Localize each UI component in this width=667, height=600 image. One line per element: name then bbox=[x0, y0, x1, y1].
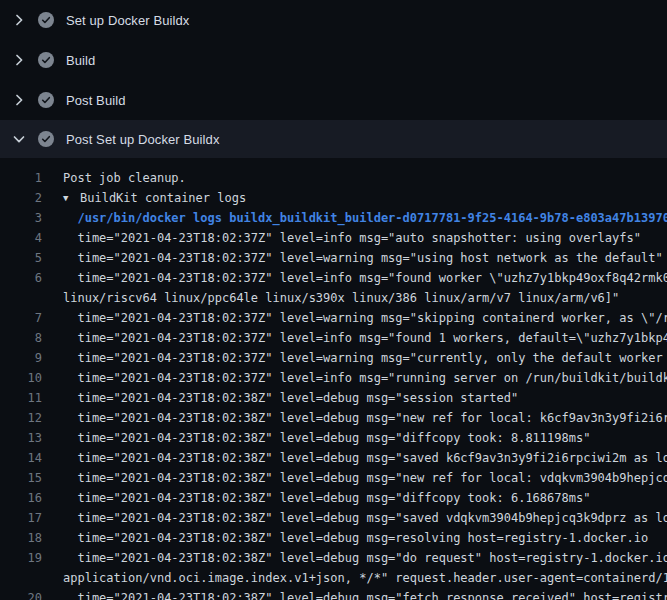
log-line: 2▼BuildKit container logs bbox=[0, 188, 667, 208]
line-number[interactable]: 9 bbox=[0, 348, 42, 368]
line-number[interactable]: 18 bbox=[0, 528, 42, 548]
log-line: 15 time="2021-04-23T18:02:38Z" level=deb… bbox=[0, 468, 667, 488]
line-number[interactable]: 10 bbox=[0, 368, 42, 388]
log-line: 9 time="2021-04-23T18:02:37Z" level=warn… bbox=[0, 348, 667, 368]
log-line: 17 time="2021-04-23T18:02:38Z" level=deb… bbox=[0, 508, 667, 528]
check-circle-icon bbox=[38, 92, 54, 108]
chevron-right-icon bbox=[11, 52, 27, 68]
step-header-post-set-up-docker-buildx[interactable]: Post Set up Docker Buildx bbox=[0, 120, 667, 158]
step-name: Post Build bbox=[66, 93, 126, 108]
log-text: Post job cleanup. bbox=[63, 168, 186, 188]
log-text: time="2021-04-23T18:02:38Z" level=debug … bbox=[63, 428, 590, 448]
log-line: 8 time="2021-04-23T18:02:37Z" level=info… bbox=[0, 328, 667, 348]
log-group-row: ▼BuildKit container logs bbox=[63, 188, 246, 208]
log-text: time="2021-04-23T18:02:37Z" level=info m… bbox=[63, 268, 667, 288]
log-text: time="2021-04-23T18:02:37Z" level=info m… bbox=[63, 228, 641, 248]
step-header-build[interactable]: Build bbox=[0, 40, 667, 80]
log-line-wrap: linux/riscv64 linux/ppc64le linux/s390x … bbox=[0, 288, 667, 308]
log-text: time="2021-04-23T18:02:37Z" level=warnin… bbox=[63, 248, 663, 268]
line-number[interactable]: 16 bbox=[0, 488, 42, 508]
line-number[interactable]: 13 bbox=[0, 428, 42, 448]
log-line: 16 time="2021-04-23T18:02:38Z" level=deb… bbox=[0, 488, 667, 508]
log-text: time="2021-04-23T18:02:38Z" level=debug … bbox=[63, 508, 667, 528]
log-line: 7 time="2021-04-23T18:02:37Z" level=warn… bbox=[0, 308, 667, 328]
log-line: 20 time="2021-04-23T18:02:38Z" level=deb… bbox=[0, 588, 667, 600]
log-text: time="2021-04-23T18:02:38Z" level=debug … bbox=[63, 408, 667, 428]
step-header-post-build[interactable]: Post Build bbox=[0, 80, 667, 120]
log-text: time="2021-04-23T18:02:37Z" level=warnin… bbox=[63, 348, 667, 368]
log-text: time="2021-04-23T18:02:38Z" level=debug … bbox=[63, 448, 667, 468]
log-text: time="2021-04-23T18:02:37Z" level=warnin… bbox=[63, 308, 667, 328]
log-line: 4 time="2021-04-23T18:02:37Z" level=info… bbox=[0, 228, 667, 248]
log-text: time="2021-04-23T18:02:38Z" level=debug … bbox=[63, 528, 648, 548]
log-line: 10 time="2021-04-23T18:02:37Z" level=inf… bbox=[0, 368, 667, 388]
line-number[interactable]: 5 bbox=[0, 248, 42, 268]
line-number bbox=[0, 568, 42, 588]
log-text: time="2021-04-23T18:02:37Z" level=info m… bbox=[63, 328, 667, 348]
steps-list: Set up Docker BuildxBuildPost BuildPost … bbox=[0, 0, 667, 158]
line-number[interactable]: 20 bbox=[0, 588, 42, 600]
group-toggle-icon[interactable]: ▼ bbox=[63, 188, 80, 208]
log-group-label[interactable]: BuildKit container logs bbox=[80, 191, 246, 205]
log-line: 3 /usr/bin/docker logs buildx_buildkit_b… bbox=[0, 208, 667, 228]
line-number[interactable]: 1 bbox=[0, 168, 42, 188]
line-number[interactable]: 8 bbox=[0, 328, 42, 348]
line-number[interactable]: 3 bbox=[0, 208, 42, 228]
log-text: time="2021-04-23T18:02:38Z" level=debug … bbox=[63, 488, 590, 508]
log-line: 12 time="2021-04-23T18:02:38Z" level=deb… bbox=[0, 408, 667, 428]
check-circle-icon bbox=[38, 12, 54, 28]
log-line: 11 time="2021-04-23T18:02:38Z" level=deb… bbox=[0, 388, 667, 408]
log-text: application/vnd.oci.image.index.v1+json,… bbox=[63, 568, 667, 588]
line-number[interactable]: 7 bbox=[0, 308, 42, 328]
line-number bbox=[0, 288, 42, 308]
line-number[interactable]: 12 bbox=[0, 408, 42, 428]
line-number[interactable]: 19 bbox=[0, 548, 42, 568]
command-text: /usr/bin/docker logs buildx_buildkit_bui… bbox=[63, 208, 667, 228]
line-number[interactable]: 11 bbox=[0, 388, 42, 408]
log-line: 19 time="2021-04-23T18:02:38Z" level=deb… bbox=[0, 548, 667, 568]
log-text: time="2021-04-23T18:02:38Z" level=debug … bbox=[63, 548, 667, 568]
log-line: 1Post job cleanup. bbox=[0, 168, 667, 188]
log-line: 14 time="2021-04-23T18:02:38Z" level=deb… bbox=[0, 448, 667, 468]
line-number[interactable]: 14 bbox=[0, 448, 42, 468]
log-line: 6 time="2021-04-23T18:02:37Z" level=info… bbox=[0, 268, 667, 288]
line-number[interactable]: 2 bbox=[0, 188, 42, 208]
chevron-right-icon bbox=[11, 12, 27, 28]
log-line: 13 time="2021-04-23T18:02:38Z" level=deb… bbox=[0, 428, 667, 448]
line-number[interactable]: 6 bbox=[0, 268, 42, 288]
step-name: Set up Docker Buildx bbox=[66, 13, 189, 28]
log-text: time="2021-04-23T18:02:38Z" level=debug … bbox=[63, 468, 667, 488]
line-number[interactable]: 15 bbox=[0, 468, 42, 488]
check-circle-icon bbox=[38, 131, 54, 147]
line-number[interactable]: 17 bbox=[0, 508, 42, 528]
log-line: 18 time="2021-04-23T18:02:38Z" level=deb… bbox=[0, 528, 667, 548]
line-number[interactable]: 4 bbox=[0, 228, 42, 248]
log-text: linux/riscv64 linux/ppc64le linux/s390x … bbox=[63, 288, 619, 308]
step-name: Build bbox=[66, 53, 95, 68]
chevron-right-icon bbox=[11, 92, 27, 108]
actions-log-viewer: Set up Docker BuildxBuildPost BuildPost … bbox=[0, 0, 667, 600]
step-header-set-up-docker-buildx[interactable]: Set up Docker Buildx bbox=[0, 0, 667, 40]
step-name: Post Set up Docker Buildx bbox=[66, 132, 220, 147]
log-line-wrap: application/vnd.oci.image.index.v1+json,… bbox=[0, 568, 667, 588]
log-line: 5 time="2021-04-23T18:02:37Z" level=warn… bbox=[0, 248, 667, 268]
log-text: time="2021-04-23T18:02:37Z" level=info m… bbox=[63, 368, 667, 388]
chevron-down-icon bbox=[11, 131, 27, 147]
check-circle-icon bbox=[38, 52, 54, 68]
log-text: time="2021-04-23T18:02:38Z" level=debug … bbox=[63, 388, 518, 408]
log-text: time="2021-04-23T18:02:38Z" level=debug … bbox=[63, 588, 667, 600]
log-lines: 1Post job cleanup.2▼BuildKit container l… bbox=[0, 158, 667, 600]
